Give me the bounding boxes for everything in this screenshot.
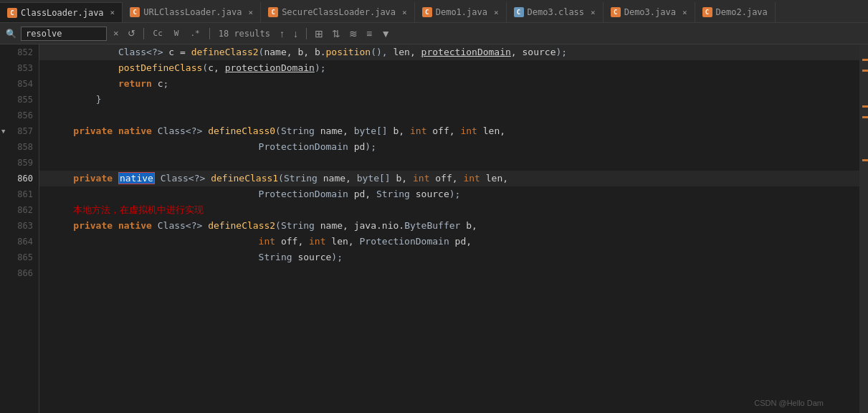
tab-demo3[interactable]: C Demo3.java × (604, 2, 695, 22)
code-line-857: private native Class<?> defineClass0(Str… (39, 123, 859, 139)
code-line-865: String source); (39, 250, 859, 265)
line-num-854: 854 (0, 76, 39, 92)
code-content-854: return c; (51, 76, 168, 92)
tab-label-urlclassloader: URLClassLoader.java (143, 7, 242, 17)
tab-close-demo3class[interactable]: × (591, 8, 596, 17)
tab-secureclassloader[interactable]: C SecureClassLoader.java × (261, 2, 415, 22)
tab-label-demo3class: Demo3.class (528, 7, 584, 17)
search-filter-button[interactable]: ▼ (378, 28, 393, 39)
code-line-853: postDefineClass(c, protectionDomain); (39, 60, 859, 76)
code-content-865: String source); (51, 250, 343, 265)
code-line-852: Class<?> c = defineClass2(name, b, b.pos… (39, 44, 859, 60)
tab-demo2[interactable]: C Demo2.java (695, 2, 776, 22)
search-clear-button[interactable]: × (111, 28, 121, 39)
scroll-marker-3 (862, 105, 868, 108)
line-num-856: 856 (0, 108, 39, 123)
scrollbar-gutter[interactable] (859, 44, 868, 413)
tab-label-demo3: Demo3.java (624, 7, 676, 17)
line-num-864: 864 (0, 234, 39, 250)
code-line-854: return c; (39, 76, 859, 92)
search-multiline-button[interactable]: ⊞ (313, 28, 325, 39)
scroll-marker-2 (862, 70, 868, 72)
search-refresh-button[interactable]: ↺ (125, 28, 138, 39)
search-separator-1 (143, 28, 144, 39)
search-separator-2 (209, 28, 210, 39)
code-line-856 (39, 108, 859, 123)
tab-close-secureclassloader[interactable]: × (402, 8, 407, 17)
search-separator-3 (306, 28, 307, 39)
code-line-861: ProtectionDomain pd, String source); (39, 186, 859, 202)
code-content-863: private native Class<?> defineClass2(Str… (51, 218, 477, 234)
tab-label-demo1: Demo1.java (436, 7, 487, 17)
search-wrap-button[interactable]: ⇅ (330, 28, 343, 39)
line-num-861: 861 (0, 186, 39, 202)
search-next-button[interactable]: ↓ (291, 28, 300, 39)
scroll-marker-5 (862, 159, 868, 161)
search-word-button[interactable]: W (171, 27, 183, 39)
code-line-864: int off, int len, ProtectionDomain pd, (39, 234, 859, 250)
code-content-860: private native Class<?> defineClass1(Str… (51, 171, 508, 186)
search-preserve-case-button[interactable]: ≋ (347, 28, 360, 39)
tab-icon-demo1: C (422, 7, 432, 17)
search-results-count: 18 results (219, 29, 270, 39)
tab-bar: C ClassLoader.java × C URLClassLoader.ja… (0, 0, 868, 23)
tab-icon-urlclassloader: C (130, 7, 140, 17)
search-input[interactable] (21, 27, 107, 41)
code-line-862: 本地方法，在虚拟机中进行实现 (39, 202, 859, 218)
code-content-862: 本地方法，在虚拟机中进行实现 (51, 202, 204, 218)
search-icon: 🔍 (6, 29, 16, 39)
code-line-863: private native Class<?> defineClass2(Str… (39, 218, 859, 234)
tab-icon-classloader: C (7, 8, 17, 18)
search-case-button[interactable]: Cc (150, 27, 166, 39)
tab-close-demo3[interactable]: × (682, 8, 687, 17)
line-num-866: 866 (0, 265, 39, 281)
tab-urlclassloader[interactable]: C URLClassLoader.java × (123, 2, 261, 22)
search-in-selection-button[interactable]: ≡ (364, 28, 374, 39)
tab-label-classloader: ClassLoader.java (21, 8, 104, 18)
line-num-859: 859 (0, 155, 39, 171)
watermark: CSDN @Hello Dam (754, 399, 824, 407)
code-content-858: ProtectionDomain pd); (51, 139, 376, 155)
tab-close-classloader[interactable]: × (110, 8, 115, 17)
code-line-858: ProtectionDomain pd); (39, 139, 859, 155)
code-content-857: private native Class<?> defineClass0(Str… (51, 123, 505, 139)
scroll-marker-1 (862, 59, 868, 61)
line-num-862: 862 (0, 202, 39, 218)
tab-demo3class[interactable]: C Demo3.class × (507, 2, 604, 22)
line-num-863: 863 (0, 218, 39, 234)
line-num-857: ▼ 857 (0, 123, 39, 139)
tab-icon-demo2: C (702, 7, 712, 17)
scroll-marker-4 (862, 116, 868, 118)
tab-label-secureclassloader: SecureClassLoader.java (282, 7, 396, 17)
code-content-855: } (51, 92, 101, 108)
line-gutter: 852 853 854 855 856 ▼ 857 858 859 860 86… (0, 44, 39, 413)
tab-icon-secureclassloader: C (268, 7, 278, 17)
tab-icon-demo3: C (611, 7, 621, 17)
code-line-866 (39, 265, 859, 281)
code-line-855: } (39, 92, 859, 108)
line-num-853: 853 (0, 60, 39, 76)
code-content-861: ProtectionDomain pd, String source); (51, 186, 460, 202)
line-num-855: 855 (0, 92, 39, 108)
code-content-852: Class<?> c = defineClass2(name, b, b.pos… (51, 44, 567, 60)
line-num-852: 852 (0, 44, 39, 60)
editor-container: 852 853 854 855 856 ▼ 857 858 859 860 86… (0, 44, 868, 413)
search-prev-button[interactable]: ↑ (277, 28, 287, 39)
tab-close-urlclassloader[interactable]: × (249, 8, 254, 17)
code-line-859 (39, 155, 859, 171)
tab-close-demo1[interactable]: × (494, 8, 499, 17)
tab-icon-demo3class: C (514, 7, 524, 17)
line-num-865: 865 (0, 250, 39, 265)
code-line-860: private native Class<?> defineClass1(Str… (39, 171, 859, 186)
tab-classloader[interactable]: C ClassLoader.java × (0, 2, 123, 22)
line-num-858: 858 (0, 139, 39, 155)
search-regex-button[interactable]: .* (186, 27, 203, 39)
line-num-860: 860 (0, 171, 39, 186)
search-bar: 🔍 × ↺ Cc W .* 18 results ↑ ↓ ⊞ ⇅ ≋ ≡ ▼ (0, 23, 868, 44)
code-content-853: postDefineClass(c, protectionDomain); (51, 60, 326, 76)
code-content-864: int off, int len, ProtectionDomain pd, (51, 234, 472, 250)
code-area[interactable]: Class<?> c = defineClass2(name, b, b.pos… (39, 44, 859, 413)
tab-label-demo2: Demo2.java (716, 7, 768, 17)
fold-arrow-857[interactable]: ▼ (1, 128, 5, 135)
tab-demo1[interactable]: C Demo1.java × (415, 2, 507, 22)
